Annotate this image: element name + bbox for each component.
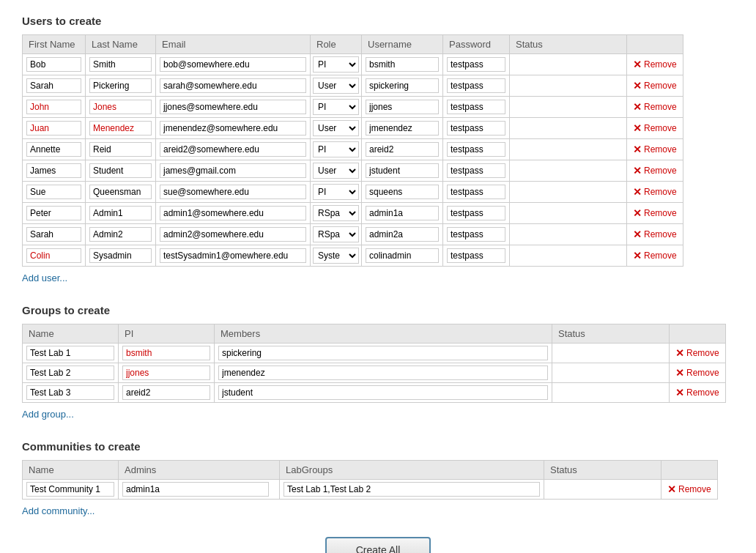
col-group-members: Members: [215, 324, 552, 344]
role-select[interactable]: PIUserRSpaSyste: [313, 56, 359, 73]
role-select[interactable]: RSpaPIUserSyste: [313, 226, 359, 242]
last-name-input[interactable]: [89, 227, 152, 242]
remove-button[interactable]: ✕ Remove: [667, 483, 711, 495]
remove-button[interactable]: ✕ Remove: [633, 250, 677, 261]
last-name-input[interactable]: [89, 121, 152, 136]
password-input[interactable]: [447, 206, 505, 220]
add-community-button[interactable]: Add community...: [22, 505, 94, 516]
group-pi-input[interactable]: [122, 346, 210, 360]
remove-button[interactable]: ✕ Remove: [633, 144, 677, 155]
first-name-input[interactable]: [26, 78, 81, 93]
email-input[interactable]: [160, 206, 306, 220]
remove-button[interactable]: ✕ Remove: [675, 367, 719, 379]
email-input[interactable]: [160, 121, 306, 136]
status-cell: [510, 97, 627, 118]
password-input[interactable]: [447, 185, 505, 199]
username-input[interactable]: [366, 248, 439, 263]
group-name-input[interactable]: [26, 365, 114, 380]
role-select[interactable]: PIUserRSpaSyste: [313, 184, 359, 200]
first-name-input[interactable]: [26, 227, 81, 242]
username-input[interactable]: [366, 78, 439, 93]
remove-button[interactable]: ✕ Remove: [633, 59, 677, 70]
password-input[interactable]: [447, 227, 505, 242]
role-select[interactable]: PIUserRSpaSyste: [313, 141, 359, 157]
role-select[interactable]: RSpaPIUserSyste: [313, 205, 359, 221]
first-name-input[interactable]: [26, 100, 81, 114]
role-select[interactable]: SystePIUserRSpa: [313, 248, 359, 264]
email-input[interactable]: [160, 100, 306, 114]
username-input[interactable]: [366, 100, 439, 114]
remove-button[interactable]: ✕ Remove: [633, 165, 677, 177]
email-input[interactable]: [160, 57, 306, 72]
email-input[interactable]: [160, 78, 306, 93]
remove-button[interactable]: ✕ Remove: [633, 207, 677, 219]
remove-button[interactable]: ✕ Remove: [675, 387, 719, 398]
table-row: ✕ Remove: [23, 480, 718, 500]
last-name-input[interactable]: [89, 78, 152, 93]
group-members-input[interactable]: [218, 385, 548, 400]
email-input[interactable]: [160, 248, 306, 263]
status-cell: [510, 54, 627, 75]
first-name-input[interactable]: [26, 248, 81, 263]
remove-button[interactable]: ✕ Remove: [633, 122, 677, 134]
group-members-input[interactable]: [218, 346, 548, 360]
password-input[interactable]: [447, 142, 505, 157]
last-name-input[interactable]: [89, 185, 152, 199]
password-input[interactable]: [447, 78, 505, 93]
first-name-input[interactable]: [26, 57, 81, 72]
email-input[interactable]: [160, 227, 306, 242]
remove-button[interactable]: ✕ Remove: [633, 229, 677, 240]
col-community-admins: Admins: [119, 461, 280, 480]
add-user-button[interactable]: Add user...: [22, 272, 67, 283]
password-input[interactable]: [447, 163, 505, 178]
first-name-input[interactable]: [26, 142, 81, 157]
first-name-input[interactable]: [26, 163, 81, 178]
group-name-input[interactable]: [26, 385, 114, 400]
username-input[interactable]: [366, 185, 439, 199]
email-input[interactable]: [160, 142, 306, 157]
remove-button[interactable]: ✕ Remove: [633, 80, 677, 92]
last-name-input[interactable]: [89, 100, 152, 114]
communities-title: Communities to create: [22, 440, 734, 453]
username-input[interactable]: [366, 227, 439, 242]
password-input[interactable]: [447, 57, 505, 72]
first-name-input[interactable]: [26, 206, 81, 220]
remove-label: Remove: [686, 387, 719, 398]
password-input[interactable]: [447, 248, 505, 263]
remove-button[interactable]: ✕ Remove: [633, 101, 677, 113]
group-pi-input[interactable]: [122, 365, 210, 380]
username-input[interactable]: [366, 57, 439, 72]
communities-table: Name Admins LabGroups Status ✕ Remove: [22, 460, 718, 500]
username-input[interactable]: [366, 163, 439, 178]
password-input[interactable]: [447, 121, 505, 136]
username-input[interactable]: [366, 121, 439, 136]
remove-icon: ✕: [675, 387, 684, 398]
password-input[interactable]: [447, 100, 505, 114]
username-input[interactable]: [366, 206, 439, 220]
username-input[interactable]: [366, 142, 439, 157]
remove-icon: ✕: [633, 59, 642, 70]
role-select[interactable]: UserPIRSpaSyste: [313, 120, 359, 136]
last-name-input[interactable]: [89, 248, 152, 263]
first-name-input[interactable]: [26, 121, 81, 136]
last-name-input[interactable]: [89, 57, 152, 72]
last-name-input[interactable]: [89, 206, 152, 220]
add-group-button[interactable]: Add group...: [22, 409, 74, 420]
create-all-button[interactable]: Create All: [325, 537, 431, 553]
community-labgroups-input[interactable]: [284, 482, 540, 497]
role-select[interactable]: UserPIRSpaSyste: [313, 78, 359, 94]
community-name-input[interactable]: [26, 482, 114, 497]
role-select[interactable]: UserPIRSpaSyste: [313, 163, 359, 179]
role-select[interactable]: PIUserRSpaSyste: [313, 99, 359, 115]
group-pi-input[interactable]: [122, 385, 210, 400]
email-input[interactable]: [160, 185, 306, 199]
group-members-input[interactable]: [218, 365, 548, 380]
first-name-input[interactable]: [26, 185, 81, 199]
group-name-input[interactable]: [26, 346, 114, 360]
email-input[interactable]: [160, 163, 306, 178]
last-name-input[interactable]: [89, 142, 152, 157]
last-name-input[interactable]: [89, 163, 152, 178]
community-admins-input[interactable]: [122, 482, 269, 497]
remove-button[interactable]: ✕ Remove: [675, 347, 719, 359]
remove-button[interactable]: ✕ Remove: [633, 186, 677, 198]
